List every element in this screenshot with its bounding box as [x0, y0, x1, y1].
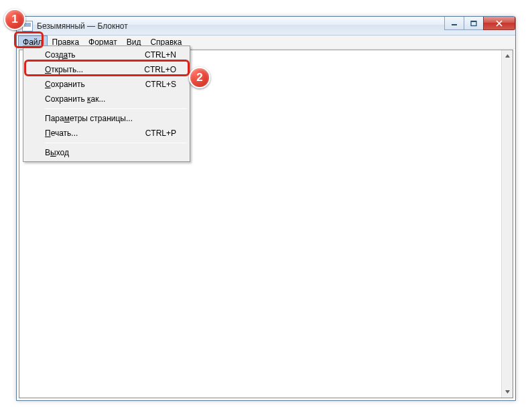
menuitem-save[interactable]: Сохранить CTRL+S	[25, 77, 188, 92]
menuitem-label: Открыть...	[45, 65, 144, 74]
close-icon	[496, 20, 503, 27]
menuitem-label: Сохранить	[45, 80, 145, 89]
close-button[interactable]	[483, 17, 515, 30]
window-title: Безымянный — Блокнот	[37, 21, 128, 31]
file-dropdown-menu: Создать CTRL+N Открыть... CTRL+O Сохрани…	[23, 46, 190, 162]
minimize-icon	[451, 20, 458, 27]
menuitem-shortcut: CTRL+O	[144, 65, 176, 74]
menuitem-shortcut: CTRL+N	[145, 50, 176, 60]
menuitem-label: Печать...	[45, 129, 145, 138]
menuitem-label: Создать	[45, 50, 145, 60]
menuitem-print[interactable]: Печать... CTRL+P	[25, 126, 188, 141]
maximize-icon	[470, 20, 477, 27]
menuitem-label: Выход	[45, 148, 176, 157]
titlebar[interactable]: Безымянный — Блокнот	[17, 17, 515, 35]
scroll-up-arrow-icon[interactable]	[502, 50, 513, 62]
maximize-button[interactable]	[464, 17, 484, 30]
svg-marker-5	[505, 54, 510, 58]
menuitem-exit[interactable]: Выход	[25, 145, 188, 160]
annotation-callout-1: 1	[4, 9, 25, 30]
callout-number: 1	[11, 13, 17, 26]
menuitem-label: Сохранить как...	[45, 94, 176, 104]
menuitem-shortcut: CTRL+S	[145, 80, 176, 89]
minimize-button[interactable]	[444, 17, 464, 30]
menuitem-new[interactable]: Создать CTRL+N	[25, 48, 188, 62]
menu-separator	[45, 143, 187, 143]
menuitem-page-setup[interactable]: Параметры страницы...	[25, 111, 188, 126]
menuitem-open[interactable]: Открыть... CTRL+O	[25, 62, 188, 77]
scroll-down-arrow-icon[interactable]	[502, 386, 513, 398]
svg-marker-6	[505, 390, 510, 394]
annotation-callout-2: 2	[189, 67, 210, 88]
window-controls	[445, 17, 515, 30]
callout-number: 2	[196, 71, 202, 84]
menuitem-label: Параметры страницы...	[45, 114, 176, 123]
vertical-scrollbar[interactable]	[501, 50, 513, 398]
menuitem-save-as[interactable]: Сохранить как...	[25, 92, 188, 106]
menuitem-shortcut: CTRL+P	[145, 129, 176, 138]
menu-separator	[45, 108, 187, 109]
